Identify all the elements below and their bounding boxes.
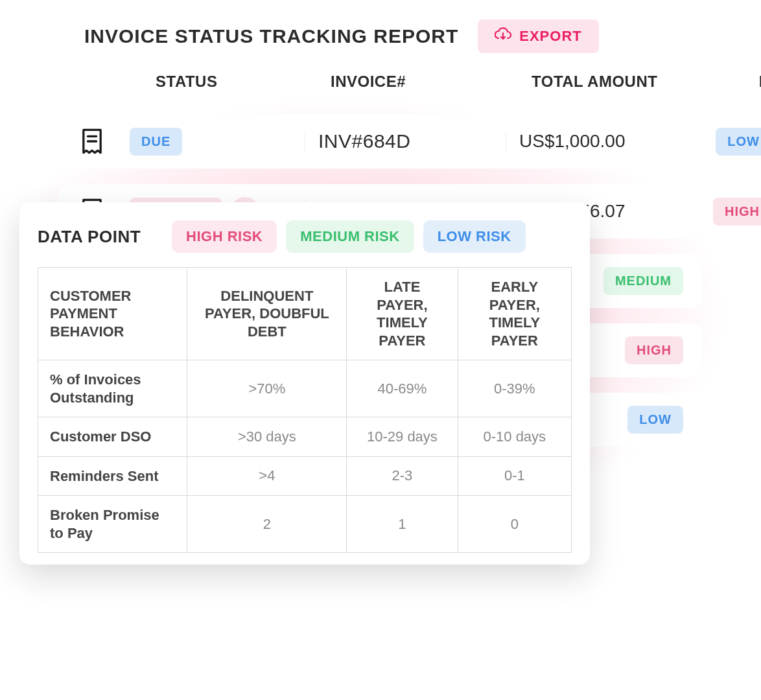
export-label: EXPORT (519, 28, 581, 45)
table-header: EARLY PAYER, TIMELY PAYER (458, 268, 571, 360)
table-row: Reminders Sent >4 2-3 0-1 (38, 456, 572, 496)
risk-filter-chip[interactable]: MEDIUM RISK (286, 220, 414, 253)
cell-high: >70% (187, 360, 347, 417)
row-label: Reminders Sent (38, 456, 187, 496)
table-row: % of Invoices Outstanding >70% 40-69% 0-… (38, 360, 572, 417)
column-headers: STATUS INVOICE# TOTAL AMOUNT RISK (39, 73, 722, 101)
cell-low: 0-10 days (458, 417, 571, 457)
table-row[interactable]: DUE INV#684D US$1,000.00 LOW (58, 114, 703, 169)
cell-low: 0-39% (458, 360, 571, 417)
risk-badge: LOW (716, 128, 761, 156)
row-label: % of Invoices Outstanding (38, 360, 187, 417)
report-header: INVOICE STATUS TRACKING REPORT EXPORT (84, 19, 722, 53)
risk-badge: LOW (627, 406, 683, 434)
popup-title: DATA POINT (38, 227, 141, 247)
col-status: STATUS (156, 73, 324, 91)
cell-high: >30 days (187, 417, 347, 457)
cell-medium: 40-69% (347, 360, 458, 417)
risk-badge: MEDIUM (603, 267, 683, 295)
cell-high: >4 (187, 456, 347, 496)
cell-medium: 1 (347, 496, 458, 553)
table-header: CUSTOMER PAYMENT BEHAVIOR (38, 268, 187, 360)
risk-filter-chip[interactable]: LOW RISK (423, 220, 526, 253)
table-row: Broken Promise to Pay 2 1 0 (38, 496, 572, 553)
cell-high: 2 (187, 496, 347, 553)
export-button[interactable]: EXPORT (478, 19, 598, 53)
table-row: Customer DSO >30 days 10-29 days 0-10 da… (38, 417, 572, 457)
risk-matrix-table: CUSTOMER PAYMENT BEHAVIORDELINQUENT PAYE… (38, 267, 572, 553)
col-invoice: INVOICE# (331, 73, 525, 91)
table-header: DELINQUENT PAYER, DOUBFUL DEBT (187, 268, 347, 360)
invoice-rows-area: DUE INV#684D US$1,000.00 LOW OVERDUE INV… (39, 101, 722, 488)
table-header: LATE PAYER, TIMELY PAYER (347, 268, 458, 360)
cell-medium: 10-29 days (347, 417, 458, 457)
cloud-download-icon (495, 27, 511, 45)
row-label: Customer DSO (38, 417, 187, 457)
cell-medium: 2-3 (347, 456, 458, 496)
status-cell: DUE (130, 128, 298, 156)
col-risk: RISK (707, 73, 761, 91)
cell-low: 0-1 (458, 456, 571, 496)
risk-filter-chip[interactable]: HIGH RISK (172, 220, 277, 253)
invoice-amount: US$1,000.00 (506, 131, 674, 152)
page-title: INVOICE STATUS TRACKING REPORT (84, 25, 458, 47)
receipt-icon (78, 127, 123, 156)
col-amount: TOTAL AMOUNT (532, 73, 700, 91)
risk-badge: HIGH (625, 336, 683, 364)
risk-matrix-popup: DATA POINT HIGH RISKMEDIUM RISKLOW RISK … (19, 202, 590, 565)
invoice-number: INV#684D (305, 130, 499, 152)
row-label: Broken Promise to Pay (38, 496, 187, 553)
cell-low: 0 (458, 496, 571, 553)
risk-badge: HIGH (713, 198, 761, 226)
status-badge: DUE (130, 128, 182, 156)
